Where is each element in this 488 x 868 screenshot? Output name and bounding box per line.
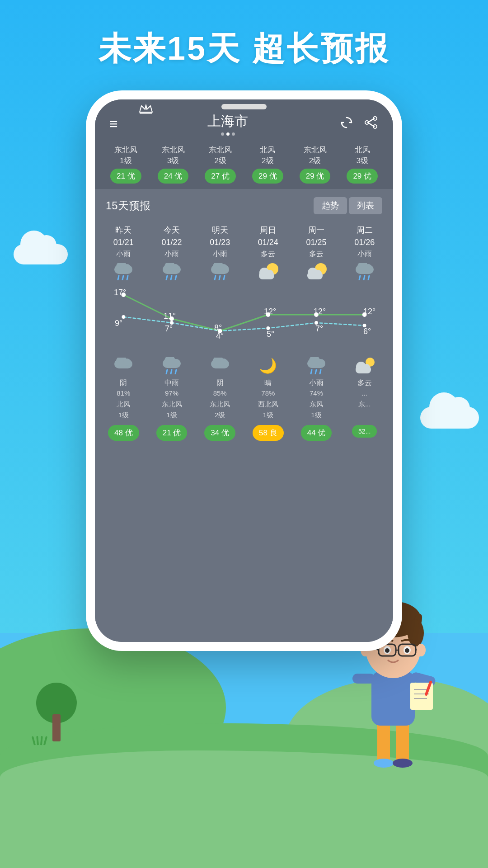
bottom-aqi-col-2: 34 优 [196,425,244,441]
svg-point-15 [408,619,424,646]
aqi-top-row: 东北风1级 21 优 东北风3级 24 优 东北风2级 27 优 北风2级 29… [95,141,393,189]
svg-point-45 [220,264,227,271]
day-label-1: 今天01/22 [150,224,194,249]
city-name: 上海市 [207,112,248,131]
svg-point-70 [170,321,174,325]
svg-line-47 [219,276,220,280]
night-icon-2 [209,357,231,375]
svg-point-26 [417,644,426,656]
menu-icon[interactable]: ≡ [109,117,117,131]
night-cond-3: 晴 [244,378,292,388]
condition-3: 多云 [246,250,291,259]
hero-title: 未来15天 超长预报 [0,27,488,71]
svg-point-56 [314,270,322,277]
night-icon-3: 🌙 [257,357,279,375]
night-col-0: 阴 81%北风1级 [99,353,148,420]
night-cond-2: 阴 [196,378,244,388]
bottom-aqi-row: 48 优 21 优 34 优 58 良 44 优 52... [95,420,393,449]
weather-icon-4 [305,263,327,281]
svg-line-41 [171,276,172,280]
weather-icon-0 [113,263,134,281]
temperature-chart: 17° 11° 8° 12° 12° 12° 9° 7° 4° 5° 7° 6° [99,288,389,347]
aqi-badge-3: 27 优 [205,169,236,184]
night-detail-0: 81%北风1级 [99,388,148,420]
header-actions [339,115,379,133]
aqi-badge-1: 21 优 [110,169,141,184]
weather-icon-1 [161,263,183,281]
condition-0: 小雨 [101,250,146,259]
days-labels-row: 昨天01/21 小雨 今天 [95,221,393,288]
bottom-badge-0: 48 优 [108,425,139,441]
crown-icon[interactable] [138,100,154,118]
weather-icon-3 [257,263,279,281]
svg-line-60 [359,276,360,280]
condition-1: 小雨 [150,250,194,259]
night-cond-1: 中雨 [148,378,196,388]
bottom-badge-2: 34 优 [204,425,235,441]
condition-2: 小雨 [197,250,242,259]
condition-4: 多云 [294,250,339,259]
share-icon[interactable] [363,115,379,133]
dot-1 [221,132,224,136]
bottom-badge-3: 58 良 [253,425,284,441]
night-cond-0: 阴 [99,378,148,388]
svg-point-23 [385,648,389,653]
day-col-1: 今天01/22 小雨 [148,221,196,288]
svg-point-67 [314,312,319,317]
weather-icon-2 [209,263,231,281]
night-detail-2: 85%东北风2级 [196,388,244,420]
aqi-col-1: 东北风1级 21 优 [102,145,150,184]
aqi-badge-4: 29 优 [252,169,283,184]
svg-line-62 [368,276,369,280]
night-col-3: 🌙 晴 78%西北风1级 [244,353,292,420]
forecast-tab-group: 趋势 列表 [314,197,382,214]
day-col-4: 周一01/25 多云 [292,221,341,288]
cloud-left [14,244,68,264]
svg-line-36 [127,276,128,280]
svg-line-35 [122,276,123,280]
wind-label-2: 东北风3级 [150,145,197,166]
aqi-col-2: 东北风3级 24 优 [150,145,197,184]
day-col-5: 周二01/26 小雨 [340,221,389,288]
wind-label-6: 北风3级 [338,145,386,166]
phone-mockup: ≡ 上海市 [86,90,402,651]
aqi-col-3: 东北风2级 27 优 [197,145,244,184]
city-center: 上海市 [207,112,248,136]
svg-point-64 [169,316,174,321]
refresh-icon[interactable] [339,115,354,133]
wind-label-4: 北风2级 [244,145,291,166]
svg-point-39 [172,264,179,271]
svg-line-34 [118,276,119,280]
aqi-col-5: 东北风2级 29 优 [291,145,339,184]
bottom-aqi-col-4: 44 优 [292,425,341,441]
aqi-badge-6: 29 优 [347,169,378,184]
tab-list[interactable]: 列表 [349,197,382,214]
svg-point-94 [363,364,370,371]
night-col-1: 中雨 97%东北风1级 [148,353,196,420]
svg-point-74 [363,324,366,327]
dot-3 [232,132,235,136]
night-detail-1: 97%东北风1级 [148,388,196,420]
day-label-2: 明天01/23 [197,224,242,249]
svg-line-48 [224,276,225,280]
phone-screen: ≡ 上海市 [95,99,393,642]
svg-point-68 [362,312,367,317]
aqi-col-4: 北风2级 29 优 [244,145,291,184]
tab-trend[interactable]: 趋势 [314,197,347,214]
svg-line-90 [320,370,321,374]
night-icon-1 [161,357,183,375]
svg-line-81 [171,370,172,374]
svg-point-73 [314,321,318,325]
bottom-aqi-col-3: 58 良 [244,425,292,441]
svg-rect-4 [371,671,415,726]
cloud-right [420,407,479,429]
tree-grass [34,736,45,745]
night-detail-3: 78%西北风1级 [244,388,292,420]
svg-point-59 [365,264,372,271]
phone-speaker [221,104,267,109]
bottom-badge-5: 52... [352,425,377,438]
night-detail-4: 74%东风1级 [292,388,341,420]
aqi-badge-2: 24 优 [158,169,189,184]
tree-decoration [36,683,77,741]
tree-trunk [52,714,61,741]
